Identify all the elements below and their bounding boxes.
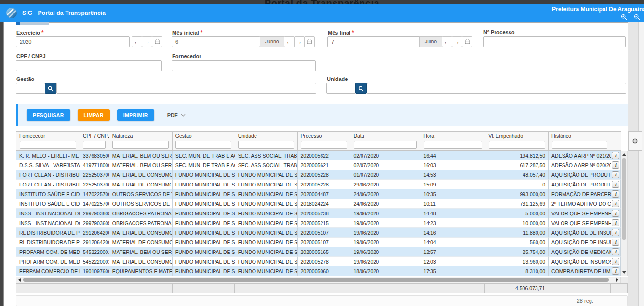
row-info-button[interactable]: i <box>612 210 619 217</box>
scroll-left-button[interactable] <box>16 277 23 283</box>
cell-gest-o: FUNDO MUNICIPAL DE SAU... <box>173 266 235 276</box>
cell-hora: 12:03 <box>420 257 485 266</box>
row-info-button[interactable]: i <box>612 229 619 236</box>
cell-data: 24/06/2020 <box>350 199 420 209</box>
mes-inicial-next-button[interactable]: → <box>294 36 305 47</box>
cell-processo: 2020005228 <box>298 170 351 180</box>
scroll-right-button[interactable] <box>614 277 620 283</box>
cell-gest-o: FUNDO MUNICIPAL DE SAU... <box>173 228 235 238</box>
cell-unidade: FUNDO MUNICIPAL DE SAU... <box>235 180 298 189</box>
column-filter-input[interactable] <box>20 141 77 149</box>
table-row[interactable]: FERPAM COMERCIO DE BO...1901097600...EQU… <box>16 266 621 276</box>
row-info-button[interactable]: i <box>612 200 619 207</box>
imprimir-button[interactable]: IMPRIMIR <box>117 109 154 121</box>
row-info-button[interactable]: i <box>612 248 619 255</box>
fornecedor-input[interactable] <box>172 60 316 71</box>
row-info-button[interactable]: i <box>612 171 619 178</box>
column-header-data[interactable]: Data <box>350 132 420 150</box>
gestao-search-button[interactable] <box>45 83 56 94</box>
column-filter-input[interactable] <box>83 141 106 149</box>
scroll-up-button[interactable] <box>621 151 627 158</box>
cell-vl-empenhado: 10.000,00 <box>485 218 549 228</box>
limpar-button[interactable]: LIMPAR <box>78 109 110 121</box>
scroll-down-button[interactable] <box>621 269 627 276</box>
cell-data: 18/06/2020 <box>350 266 420 276</box>
column-filter-input[interactable] <box>354 141 417 149</box>
zoom-out-icon[interactable] <box>634 14 640 20</box>
table-row[interactable]: K. R. MELO - EIRELI - ME3376830500...MAT… <box>16 151 621 160</box>
unidade-code-input[interactable] <box>326 83 356 94</box>
unidade-search-button[interactable] <box>355 83 367 94</box>
column-filter-input[interactable] <box>175 141 231 149</box>
column-filter-input[interactable] <box>238 141 294 149</box>
column-header-processo[interactable]: Processo <box>298 132 351 150</box>
mes-inicial-input[interactable] <box>172 36 260 47</box>
column-filter-input[interactable] <box>552 141 608 149</box>
cell-cpf-cnpj: 2912064200... <box>80 228 109 238</box>
exercicio-input[interactable] <box>16 36 130 47</box>
row-info-button[interactable]: i <box>612 267 619 275</box>
column-header-fornecedor[interactable]: Fornecedor <box>16 132 80 150</box>
mes-final-prev-button[interactable]: ← <box>442 36 452 47</box>
row-info-button[interactable]: i <box>612 161 619 169</box>
row-info-button[interactable]: i <box>612 219 619 226</box>
table-row[interactable]: INSTITUTO SAÚDE E CIDAD...1470225700...O… <box>16 199 621 209</box>
cell-vl-empenhado: 993.000,00 <box>485 189 549 199</box>
column-header-hora[interactable]: Hora <box>420 132 485 150</box>
column-header-hist-rico[interactable]: Histórico <box>549 132 611 150</box>
exercicio-label: Exercício* <box>16 29 44 36</box>
app-logo-icon <box>6 7 17 19</box>
column-filter-input[interactable] <box>424 141 482 149</box>
pesquisar-button[interactable]: PESQUISAR <box>27 109 70 121</box>
zoom-in-icon[interactable] <box>621 14 627 20</box>
row-info-button[interactable]: i <box>612 239 619 246</box>
mes-final-calendar-button[interactable] <box>462 36 472 47</box>
table-row[interactable]: PROFARM COM. DE MEDIC...5452220001...MAT… <box>16 257 621 266</box>
mes-inicial-prev-button[interactable]: ← <box>284 36 295 47</box>
column-header-natureza[interactable]: Natureza <box>109 132 173 150</box>
table-row[interactable]: PROFARM COM. DE MEDIC...5452220001...MAT… <box>16 247 621 257</box>
unidade-descricao-input[interactable] <box>367 83 626 94</box>
cell-processo: 2020004487 <box>298 189 351 199</box>
export-format-dropdown[interactable]: PDF <box>167 112 186 118</box>
cell-hist-rico: ADESÃO A ARP Nº 020/202... <box>549 160 611 170</box>
column-filter-input[interactable] <box>489 141 545 149</box>
cell-cpf-cnpj: 1470225700... <box>80 189 109 199</box>
table-row[interactable]: RL DISTRIBUIDORA DE PRO...2912064200...M… <box>16 238 621 247</box>
row-info-button[interactable]: i <box>612 181 619 188</box>
gestao-code-input[interactable] <box>16 83 45 94</box>
mes-final-next-button[interactable]: → <box>452 36 462 47</box>
table-row[interactable]: INSS - INST.NACIONAL DO ...2997903605...… <box>16 209 621 218</box>
row-info-button[interactable]: i <box>612 152 619 159</box>
column-header-cpf-cnpj[interactable]: CPF / CNPJ ... <box>80 132 109 150</box>
mes-final-input[interactable] <box>327 36 420 47</box>
horizontal-scroll-thumb[interactable] <box>23 278 609 282</box>
column-filter-input[interactable] <box>112 141 169 149</box>
mes-inicial-calendar-button[interactable] <box>304 36 315 47</box>
table-row[interactable]: INSTITUTO SAÚDE E CIDAD...1470225700...O… <box>16 189 621 199</box>
column-header-unidade[interactable]: Unidade <box>235 132 298 150</box>
exercicio-prev-button[interactable]: ← <box>132 36 142 47</box>
table-row[interactable]: RL DISTRIBUIDORA DE PRO...2912064200...M… <box>16 228 621 238</box>
table-row[interactable]: FORT CLEAN - DISTRIBUID...2252503700...M… <box>16 180 621 189</box>
exercicio-next-button[interactable]: → <box>142 36 152 47</box>
gestao-descricao-input[interactable] <box>56 83 316 94</box>
exercicio-calendar-button[interactable] <box>152 36 162 47</box>
column-filter-input[interactable] <box>301 141 347 149</box>
table-row[interactable]: INSS - INST.NACIONAL DO ...2997903605...… <box>16 218 621 228</box>
cell-fornecedor: INSS - INST.NACIONAL DO ... <box>16 218 80 228</box>
row-info-button[interactable]: i <box>612 258 619 265</box>
cpf-cnpj-input[interactable] <box>16 60 162 71</box>
page-scrollbar-track[interactable] <box>638 22 644 306</box>
cell-data: 24/06/2020 <box>350 189 420 199</box>
column-settings-button[interactable] <box>628 131 642 151</box>
table-row[interactable]: D.S.S. SILVA - VAREJISTA - ...4197718000… <box>16 160 621 170</box>
cell-processo: 2020005238 <box>298 209 351 218</box>
row-info-button[interactable]: i <box>612 190 619 198</box>
column-header-gest-o[interactable]: Gestão <box>173 132 235 150</box>
num-processo-input[interactable] <box>483 36 626 47</box>
column-header-vl-empenhado[interactable]: Vl. Empenhado <box>485 132 549 150</box>
table-header: FornecedorCPF / CNPJ ...NaturezaGestãoUn… <box>16 131 621 151</box>
table-row[interactable]: FORT CLEAN - DISTRIBUID...2252503700...M… <box>16 170 621 180</box>
vertical-scroll-thumb[interactable] <box>622 158 626 240</box>
